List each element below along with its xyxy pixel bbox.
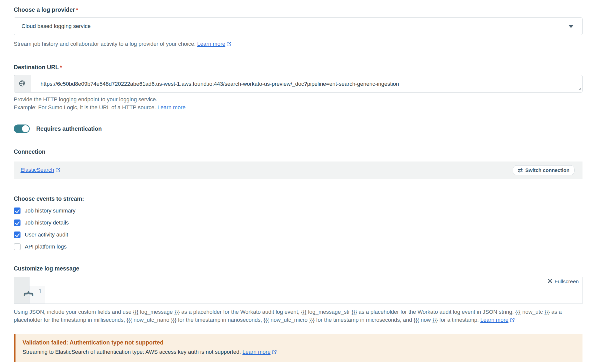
- checkbox-checked-icon[interactable]: [14, 232, 20, 238]
- required-asterisk: *: [76, 7, 78, 13]
- auth-toggle-label: Requires authentication: [36, 126, 102, 132]
- external-link-icon: [510, 316, 514, 324]
- provider-help: Stream job history and collaborator acti…: [14, 40, 582, 48]
- destination-label-text: Destination URL: [14, 64, 59, 70]
- editor-formula-gutter[interactable]: {: [14, 277, 30, 304]
- external-link-icon: [56, 167, 60, 174]
- destination-help-line1: Provide the HTTP logging endpoint to you…: [14, 96, 582, 104]
- destination-help-line2-text: Example: For Sumo Logic, it is the URL o…: [14, 104, 158, 110]
- validation-title: Validation failed: Authentication type n…: [22, 339, 576, 346]
- destination-help-line2: Example: For Sumo Logic, it is the URL o…: [14, 104, 582, 112]
- external-link-icon: [227, 40, 231, 48]
- fullscreen-label: Fullscreen: [554, 278, 579, 284]
- editor-text-area[interactable]: [45, 286, 582, 304]
- resize-grip-icon[interactable]: [578, 87, 581, 91]
- switch-connection-button[interactable]: ⇄ Switch connection: [513, 165, 574, 175]
- curly-brace-icon: {: [12, 290, 32, 297]
- editor-body: 1: [30, 286, 582, 304]
- toggle-knob: [22, 125, 29, 132]
- globe-pointer-icon: [14, 75, 31, 92]
- validation-message: Streaming to ElasticSearch of authentica…: [22, 348, 576, 356]
- validation-message-text: Streaming to ElasticSearch of authentica…: [22, 349, 242, 355]
- connection-heading: Connection: [14, 148, 582, 155]
- editor-toolbar: Fullscreen: [30, 277, 582, 286]
- validation-warning-banner: Validation failed: Authentication type n…: [14, 334, 582, 362]
- fullscreen-button[interactable]: Fullscreen: [548, 278, 579, 284]
- event-option-job-history-details[interactable]: Job history details: [14, 219, 582, 226]
- editor-main: Fullscreen 1: [30, 277, 582, 304]
- destination-help: Provide the HTTP logging endpoint to you…: [14, 96, 582, 112]
- fullscreen-icon: [548, 278, 552, 284]
- event-option-job-history-summary[interactable]: Job history summary: [14, 207, 582, 214]
- destination-url-input[interactable]: https://6c50bd8e09b74e548d720222abe61ad6…: [31, 75, 582, 92]
- validation-learn-more-link[interactable]: Learn more: [242, 349, 271, 355]
- log-streaming-settings-form: Choose a log provider* Cloud based loggi…: [0, 0, 595, 364]
- events-heading: Choose events to stream:: [14, 196, 582, 202]
- checkbox-label: Job history summary: [25, 208, 76, 214]
- connection-name: ElasticSearch: [20, 167, 60, 174]
- checkbox-label: API platform logs: [25, 244, 67, 250]
- required-asterisk: *: [60, 64, 62, 70]
- event-option-user-activity-audit[interactable]: User activity audit: [14, 231, 582, 238]
- provider-help-text: Stream job history and collaborator acti…: [14, 41, 197, 47]
- log-message-help: Using JSON, include your custom fields a…: [14, 308, 582, 324]
- log-message-heading: Customize log message: [14, 265, 582, 272]
- chevron-down-icon: [568, 25, 574, 28]
- external-link-icon: [272, 349, 276, 356]
- requires-authentication-toggle[interactable]: [14, 124, 30, 133]
- checkbox-label: User activity audit: [25, 232, 68, 238]
- checkbox-unchecked-icon[interactable]: [14, 244, 20, 250]
- auth-toggle-row: Requires authentication: [14, 124, 582, 133]
- checkbox-label: Job history details: [25, 220, 69, 226]
- connection-panel: ElasticSearch ⇄ Switch connection: [14, 162, 582, 179]
- event-option-api-platform-logs[interactable]: API platform logs: [14, 243, 582, 250]
- provider-label: Choose a log provider*: [14, 6, 582, 13]
- provider-learn-more-link[interactable]: Learn more: [197, 41, 226, 47]
- log-message-editor: { Fullscreen 1: [14, 277, 582, 304]
- switch-connection-label: Switch connection: [525, 168, 570, 173]
- swap-arrows-icon: ⇄: [518, 167, 523, 173]
- provider-select-value: Cloud based logging service: [22, 23, 90, 30]
- elasticsearch-link[interactable]: ElasticSearch: [20, 167, 54, 173]
- provider-select[interactable]: Cloud based logging service: [14, 18, 582, 35]
- destination-learn-more-link[interactable]: Learn more: [158, 104, 186, 110]
- destination-url-group: https://6c50bd8e09b74e548d720222abe61ad6…: [14, 75, 582, 92]
- log-message-help-text: Using JSON, include your custom fields a…: [14, 309, 562, 323]
- checkbox-checked-icon[interactable]: [14, 220, 20, 226]
- provider-label-text: Choose a log provider: [14, 6, 75, 13]
- log-message-learn-more-link[interactable]: Learn more: [480, 317, 508, 323]
- destination-label: Destination URL*: [14, 64, 582, 71]
- destination-field: Destination URL* https://6c50bd8e09b74e5…: [14, 64, 582, 112]
- provider-field: Choose a log provider* Cloud based loggi…: [14, 6, 582, 48]
- checkbox-checked-icon[interactable]: [14, 208, 20, 214]
